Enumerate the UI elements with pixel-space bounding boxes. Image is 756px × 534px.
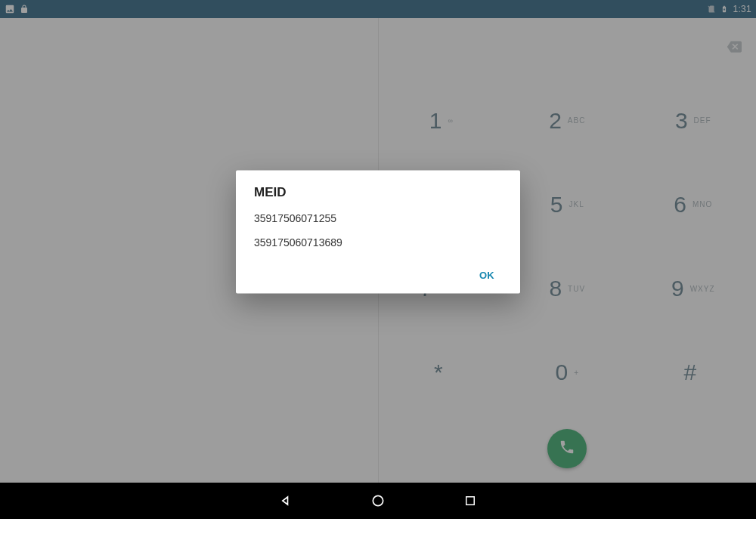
- svg-rect-1: [466, 497, 475, 505]
- ok-button[interactable]: OK: [472, 264, 502, 287]
- device-frame: 1:31 1∞ 2ABC 3DEF 4GHI 5JKL 6MNO 7PQRS 8…: [0, 0, 756, 483]
- nav-recent-button[interactable]: [462, 492, 479, 509]
- meid-dialog: MEID 35917506071255 359175060713689 OK: [236, 170, 520, 293]
- svg-point-0: [373, 495, 383, 505]
- meid-value-1: 35917506071255: [254, 212, 502, 224]
- dialog-actions: OK: [254, 261, 502, 287]
- nav-back-button[interactable]: [277, 492, 294, 509]
- dialog-title: MEID: [254, 185, 502, 200]
- navigation-bar: [0, 483, 756, 519]
- meid-value-2: 359175060713689: [254, 236, 502, 248]
- bottom-margin: [0, 519, 756, 534]
- nav-home-button[interactable]: [370, 492, 386, 509]
